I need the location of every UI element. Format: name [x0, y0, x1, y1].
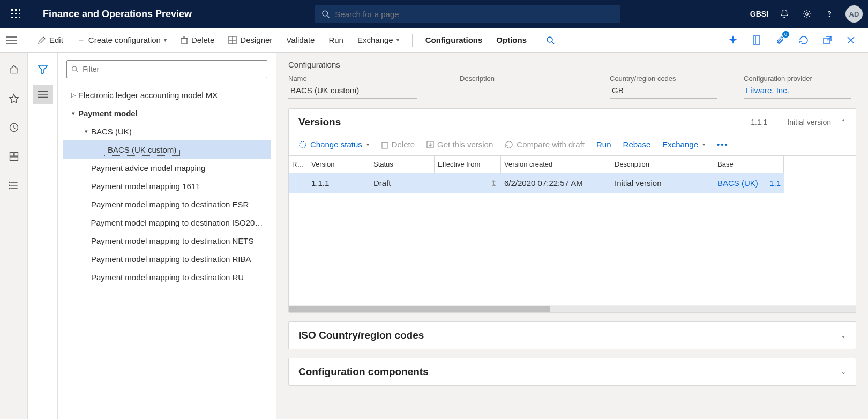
more-button[interactable]: •••	[717, 140, 729, 149]
validate-label: Validate	[286, 35, 315, 44]
app-launcher[interactable]	[5, 3, 27, 25]
version-run-button[interactable]: Run	[596, 140, 611, 149]
version-delete-label: Delete	[392, 140, 415, 149]
run-label: Run	[328, 35, 343, 44]
iso-header[interactable]: ISO Country/region codes ⌄	[289, 322, 856, 349]
col-description[interactable]: Description	[611, 156, 714, 173]
calendar-icon[interactable]: 🗓	[490, 179, 498, 188]
avatar[interactable]: AD	[845, 5, 863, 23]
col-runon[interactable]: R…	[289, 156, 308, 173]
tree-item[interactable]: ▷Electronic ledger accounting model MX	[63, 86, 271, 104]
home-icon[interactable]	[4, 60, 24, 79]
create-configuration-button[interactable]: ＋ Create configuration ▾	[72, 32, 172, 48]
col-version[interactable]: Version	[308, 156, 370, 173]
tree-item[interactable]: Payment model mapping to destination ISO…	[63, 213, 271, 231]
cell[interactable]: Draft	[370, 173, 435, 193]
recent-icon[interactable]	[4, 118, 24, 137]
table-row[interactable]: 1.1.1Draft🗓6/2/2020 07:22:57 AMInitial v…	[289, 173, 856, 193]
description-value[interactable]	[460, 85, 567, 89]
close-icon[interactable]	[843, 33, 858, 48]
svg-rect-4	[15, 13, 17, 14]
nav-toggle[interactable]	[6, 36, 17, 44]
edit-button[interactable]: Edit	[32, 32, 69, 48]
tree-caret-icon[interactable]: ▷	[69, 92, 78, 99]
col-effective[interactable]: Effective from	[435, 156, 501, 173]
designer-button[interactable]: Designer	[223, 32, 278, 48]
svg-rect-8	[19, 17, 20, 18]
name-value[interactable]: BACS (UK custom)	[288, 85, 417, 99]
svg-rect-32	[14, 153, 18, 156]
cell[interactable]	[289, 173, 308, 193]
base-link[interactable]: BACS (UK)	[717, 178, 758, 188]
cell[interactable]: 6/2/2020 07:22:57 AM	[501, 173, 611, 193]
svg-line-44	[76, 70, 78, 72]
tree-item[interactable]: Payment model mapping to destination NET…	[63, 231, 271, 250]
iso-title: ISO Country/region codes	[298, 330, 424, 341]
components-header[interactable]: Configuration components ⌄	[289, 358, 856, 385]
col-created[interactable]: Version created	[501, 156, 611, 173]
svg-rect-2	[19, 9, 20, 11]
chevron-down-icon: ⌄	[841, 368, 846, 376]
tree-item[interactable]: Payment model mapping to destination RU	[63, 268, 271, 286]
provider-value[interactable]: Litware, Inc.	[744, 85, 851, 99]
doc-icon[interactable]	[749, 33, 764, 48]
tree-item[interactable]: Payment model mapping to destination RIB…	[63, 250, 271, 268]
versions-header[interactable]: Versions 1.1.1 Initial version ⌃	[289, 109, 856, 136]
cell[interactable]: BACS (UK)1.1	[714, 173, 784, 193]
global-search[interactable]	[315, 5, 620, 23]
bell-icon[interactable]	[778, 8, 791, 20]
svg-rect-31	[10, 153, 13, 156]
change-status-button[interactable]: Change status ▾	[298, 140, 369, 149]
rebase-button[interactable]: Rebase	[623, 140, 651, 149]
horizontal-scrollbar[interactable]	[289, 306, 856, 312]
validate-button[interactable]: Validate	[281, 32, 320, 48]
workspace-icon[interactable]	[4, 147, 24, 166]
list-view-icon[interactable]	[33, 85, 53, 104]
svg-rect-46	[382, 143, 387, 148]
copilot-icon[interactable]	[725, 33, 740, 48]
tree-item[interactable]: Payment model mapping to destination ESR	[63, 195, 271, 213]
cell[interactable]: 1.1.1	[308, 173, 370, 193]
filter-icon[interactable]	[33, 60, 53, 79]
help-icon[interactable]	[823, 8, 836, 20]
delete-button[interactable]: Delete	[175, 32, 220, 48]
tree-item-label: Payment advice model mapping	[91, 163, 205, 173]
tree-filter[interactable]	[66, 60, 267, 78]
svg-point-38	[9, 185, 10, 186]
company-code[interactable]: GBSI	[750, 10, 768, 18]
tree-filter-input[interactable]	[83, 65, 263, 73]
tree-item[interactable]: Payment model mapping 1611	[63, 177, 271, 195]
tree-item[interactable]: ▾BACS (UK)	[63, 122, 271, 140]
tree-caret-icon[interactable]: ▾	[69, 110, 78, 117]
exchange-button[interactable]: Exchange ▾	[352, 32, 405, 48]
components-section: Configuration components ⌄	[288, 358, 856, 386]
search-input[interactable]	[335, 10, 614, 19]
version-exchange-button[interactable]: Exchange ▾	[662, 140, 705, 149]
popout-icon[interactable]	[820, 33, 835, 48]
attachments-icon[interactable]: 0	[773, 33, 788, 48]
gear-icon[interactable]	[800, 8, 813, 20]
edit-label: Edit	[49, 35, 63, 44]
star-icon[interactable]	[4, 89, 24, 108]
versions-toolbar: Change status ▾ Delete Get this version …	[289, 136, 856, 155]
tree-item-label: Payment model mapping 1611	[91, 182, 200, 191]
search-action[interactable]	[541, 33, 560, 48]
run-button[interactable]: Run	[323, 32, 349, 48]
designer-label: Designer	[240, 35, 272, 44]
col-base[interactable]: Base	[714, 156, 784, 173]
svg-rect-7	[15, 17, 17, 18]
configurations-tab[interactable]: Configurations	[420, 32, 488, 48]
tree-item[interactable]: ▾Payment model	[63, 104, 271, 122]
options-tab[interactable]: Options	[491, 32, 532, 48]
modules-icon[interactable]	[4, 176, 24, 195]
cell[interactable]: Initial version	[611, 173, 714, 193]
refresh-icon[interactable]	[796, 33, 811, 48]
tree-item[interactable]: BACS (UK custom)	[63, 140, 271, 159]
tree-caret-icon[interactable]: ▾	[81, 128, 91, 135]
col-status[interactable]: Status	[370, 156, 435, 173]
tree-item-label: Payment model mapping to destination NET…	[91, 236, 254, 245]
cell[interactable]: 🗓	[435, 173, 501, 193]
tree-item[interactable]: Payment advice model mapping	[63, 159, 271, 177]
country-value[interactable]: GB	[610, 85, 717, 99]
svg-point-39	[9, 188, 10, 189]
